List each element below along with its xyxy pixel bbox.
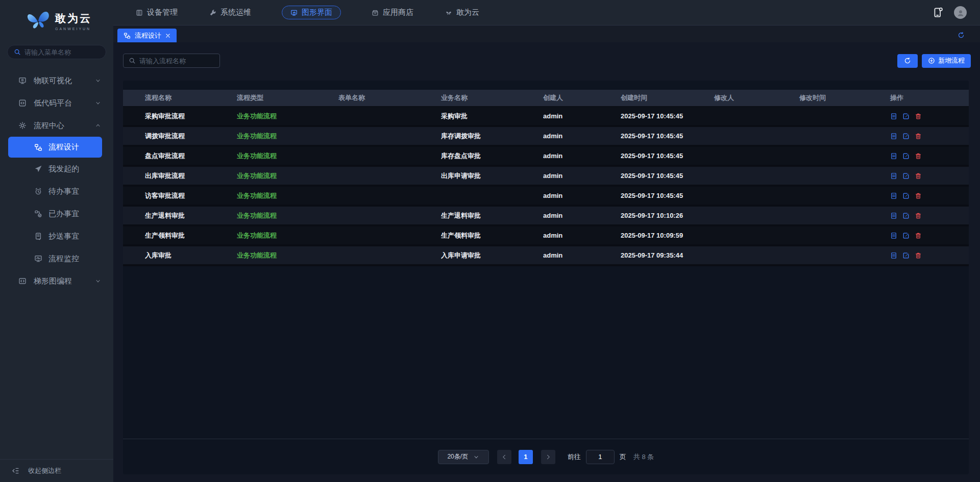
topnav-item-1[interactable]: 系统运维 [208, 6, 252, 19]
cell-flow-type: 业务功能流程 [237, 211, 338, 220]
delete-icon [915, 172, 922, 180]
delete-icon [915, 212, 922, 219]
sidebar-subitem-2-1[interactable]: 我发起的 [0, 158, 113, 180]
cell-creator: admin [543, 212, 621, 219]
sidebar-item-label: 梯形图编程 [34, 276, 72, 286]
sidebar-subitem-2-0[interactable]: 流程设计 [8, 137, 102, 158]
edit-action-button[interactable] [902, 212, 910, 219]
delete-action-button[interactable] [915, 172, 922, 180]
delete-action-button[interactable] [915, 133, 922, 140]
brand-subtitle: GANWEIYUN [55, 27, 92, 31]
edit-action-button[interactable] [902, 172, 910, 180]
table-header-row: 流程名称流程类型表单名称业务名称创建人创建时间修改人修改时间操作 [123, 90, 969, 107]
edit-action-button[interactable] [902, 232, 910, 239]
topnav-item-0[interactable]: 设备管理 [135, 6, 179, 19]
refresh-list-button[interactable] [897, 54, 918, 68]
table-row-4: 访客审批流程业务功能流程admin2025-09-17 10:45:45 [123, 187, 969, 207]
view-document-icon [890, 212, 897, 219]
collapse-sidebar-button[interactable]: 收起侧边栏 [0, 459, 113, 482]
process-center-icon [18, 121, 27, 130]
cell-created-time: 2025-09-17 10:45:45 [621, 192, 714, 199]
view-document-action-button[interactable] [890, 232, 897, 239]
page-size-select[interactable]: 20条/页 [438, 450, 489, 464]
delete-action-button[interactable] [915, 212, 922, 219]
sidebar-item-1[interactable]: 低代码平台 [0, 92, 113, 114]
sidebar-subitem-2-5[interactable]: 流程监控 [0, 247, 113, 270]
edit-icon [902, 232, 910, 239]
refresh-tab-icon[interactable] [958, 32, 965, 39]
sidebar-item-2[interactable]: 流程中心 [0, 114, 113, 137]
sidebar-subitem-label: 流程监控 [48, 254, 79, 264]
cell-creator: admin [543, 251, 621, 259]
wrench-icon [209, 9, 216, 16]
edit-action-button[interactable] [902, 133, 910, 140]
table-header-cell: 操作 [890, 93, 969, 103]
brand-logo: 敢为云 GANWEIYUN [0, 0, 113, 36]
app-window: 敢为云 GANWEIYUN 物联可视化低代码平台流程中心流程设计我发起的待办事宜… [0, 0, 980, 482]
goto-page-input[interactable] [586, 450, 615, 464]
cell-actions [890, 153, 969, 160]
sidebar-menu: 物联可视化低代码平台流程中心流程设计我发起的待办事宜已办事宜抄送事宜流程监控梯形… [0, 69, 113, 459]
delete-icon [915, 232, 922, 239]
table-row-5: 生产退料审批业务功能流程生产退料审批admin2025-09-17 10:10:… [123, 207, 969, 226]
add-flow-button[interactable]: 新增流程 [922, 54, 971, 68]
chevron-down-icon [95, 78, 101, 84]
sidebar-subitem-label: 我发起的 [48, 164, 79, 174]
view-document-action-button[interactable] [890, 113, 897, 120]
user-avatar-icon [957, 9, 965, 17]
sidebar-subitem-label: 已办事宜 [48, 209, 79, 219]
view-document-action-button[interactable] [890, 252, 897, 259]
edit-action-button[interactable] [902, 113, 910, 120]
low-code-icon [18, 99, 27, 107]
view-document-action-button[interactable] [890, 153, 897, 160]
cell-actions [890, 192, 969, 199]
topnav-item-2[interactable]: 图形界面 [282, 6, 341, 19]
view-document-icon [890, 232, 897, 239]
main-area: 流程设计 新增流程 [113, 26, 980, 482]
edit-action-button[interactable] [902, 192, 910, 199]
mobile-preview-icon[interactable] [933, 6, 943, 19]
view-document-icon [890, 192, 897, 199]
view-document-action-button[interactable] [890, 192, 897, 199]
view-document-action-button[interactable] [890, 133, 897, 140]
sidebar-subitem-2-3[interactable]: 已办事宜 [0, 202, 113, 225]
topnav-item-4[interactable]: 敢为云 [444, 6, 480, 19]
page-number-button[interactable]: 1 [519, 450, 533, 464]
sidebar-item-label: 低代码平台 [34, 98, 72, 108]
close-tab-icon[interactable] [165, 33, 170, 38]
next-page-button[interactable] [541, 450, 555, 464]
edit-icon [902, 133, 910, 140]
topnav-item-3[interactable]: 应用商店 [371, 6, 414, 19]
cell-creator: admin [543, 192, 621, 199]
delete-action-button[interactable] [915, 113, 922, 120]
delete-action-button[interactable] [915, 232, 922, 239]
sidebar-item-3[interactable]: 梯形图编程 [0, 270, 113, 292]
sidebar-subitem-2-2[interactable]: 待办事宜 [0, 180, 113, 202]
tab-process-design[interactable]: 流程设计 [117, 29, 177, 42]
edit-action-button[interactable] [902, 252, 910, 259]
cell-business-name: 库存盘点审批 [441, 151, 543, 161]
edit-action-button[interactable] [902, 153, 910, 160]
cell-business-name: 库存调拨审批 [441, 132, 543, 141]
sidebar-item-0[interactable]: 物联可视化 [0, 69, 113, 92]
edit-icon [902, 172, 910, 180]
flow-table-card: 流程名称流程类型表单名称业务名称创建人创建时间修改人修改时间操作 采购审批流程业… [123, 81, 969, 474]
table-header-cell: 修改时间 [799, 93, 890, 103]
view-document-icon [890, 252, 897, 259]
delete-action-button[interactable] [915, 153, 922, 160]
view-document-action-button[interactable] [890, 212, 897, 219]
view-document-action-button[interactable] [890, 172, 897, 180]
pagination: 20条/页 1 前往 页 共 8 条 [123, 439, 969, 474]
delete-action-button[interactable] [915, 252, 922, 259]
menu-search-box[interactable] [7, 45, 106, 59]
flow-search-box[interactable] [123, 54, 220, 68]
cell-created-time: 2025-09-17 10:45:45 [621, 152, 714, 160]
cell-flow-type: 业务功能流程 [237, 231, 338, 240]
prev-page-button[interactable] [497, 450, 511, 464]
menu-search-input[interactable] [24, 48, 114, 56]
user-avatar[interactable] [954, 6, 967, 19]
sidebar-subitem-2-4[interactable]: 抄送事宜 [0, 225, 113, 247]
delete-action-button[interactable] [915, 192, 922, 199]
flow-search-input[interactable] [139, 57, 214, 65]
edit-icon [902, 212, 910, 219]
